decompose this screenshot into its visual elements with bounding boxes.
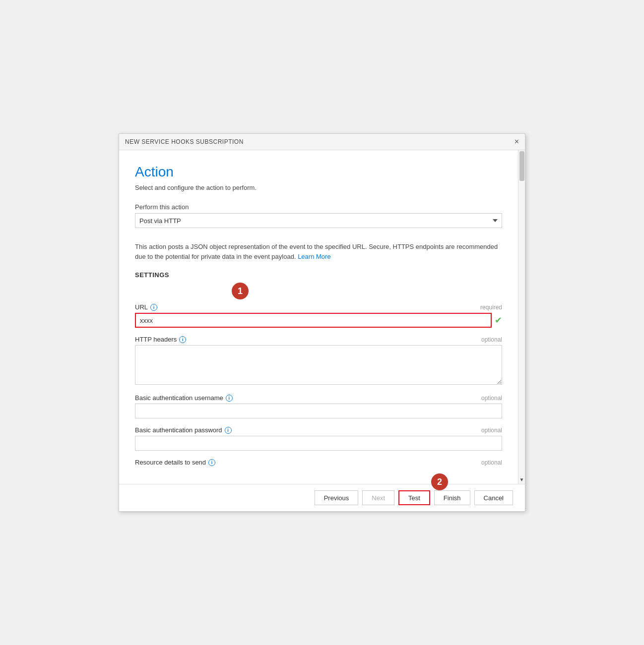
- http-headers-label: HTTP headers: [135, 336, 177, 343]
- http-headers-textarea[interactable]: [135, 345, 502, 385]
- resource-details-optional-badge: optional: [481, 459, 502, 466]
- basic-auth-password-field-header: Basic authentication password i optional: [135, 426, 502, 434]
- scrollbar-thumb[interactable]: [519, 151, 524, 181]
- http-headers-optional-badge: optional: [481, 336, 502, 343]
- resource-details-label: Resource details to send: [135, 459, 206, 466]
- basic-auth-password-input[interactable]: [135, 436, 502, 451]
- basic-auth-username-label-group: Basic authentication username i: [135, 394, 233, 402]
- url-input-container: [135, 313, 492, 328]
- description-text: This action posts a JSON object represen…: [135, 242, 502, 261]
- basic-auth-username-field-header: Basic authentication username i optional: [135, 394, 502, 402]
- dialog: NEW SERVICE HOOKS SUBSCRIPTION × Action …: [119, 133, 525, 512]
- basic-auth-username-optional-badge: optional: [481, 395, 502, 402]
- previous-button[interactable]: Previous: [315, 490, 359, 505]
- scrollbar-track[interactable]: ▼: [518, 150, 525, 484]
- url-required-badge: required: [480, 304, 502, 311]
- dialog-footer: 2 Previous Next Test Finish Cancel: [119, 484, 525, 511]
- url-checkmark-icon: ✔: [495, 315, 502, 326]
- resource-details-info-icon[interactable]: i: [208, 459, 215, 466]
- basic-auth-password-field-row: Basic authentication password i optional: [135, 426, 502, 451]
- step1-badge: 1: [232, 283, 249, 299]
- finish-button[interactable]: Finish: [434, 490, 470, 505]
- http-headers-field-row: HTTP headers i optional: [135, 336, 502, 386]
- settings-heading: SETTINGS: [135, 271, 502, 279]
- perform-action-field: Perform this action Post via HTTP: [135, 203, 502, 234]
- resource-details-field-header: Resource details to send i optional: [135, 459, 502, 466]
- step2-badge: 2: [431, 473, 448, 490]
- page-title: Action: [135, 164, 502, 180]
- http-headers-field-header: HTTP headers i optional: [135, 336, 502, 343]
- dialog-title: NEW SERVICE HOOKS SUBSCRIPTION: [125, 138, 244, 145]
- next-button[interactable]: Next: [362, 490, 394, 505]
- dialog-content: Action Select and configure the action t…: [119, 150, 518, 484]
- basic-auth-password-label-group: Basic authentication password i: [135, 426, 232, 434]
- basic-auth-password-optional-badge: optional: [481, 427, 502, 434]
- test-button[interactable]: Test: [398, 490, 430, 505]
- url-label-group: URL i: [135, 303, 157, 311]
- url-field-header: URL i required: [135, 303, 502, 311]
- url-label: URL: [135, 303, 148, 311]
- basic-auth-username-input[interactable]: [135, 404, 502, 418]
- dialog-titlebar: NEW SERVICE HOOKS SUBSCRIPTION ×: [119, 134, 525, 150]
- close-button[interactable]: ×: [515, 138, 519, 146]
- basic-auth-username-field-row: Basic authentication username i optional: [135, 394, 502, 418]
- url-info-icon[interactable]: i: [150, 304, 157, 311]
- dialog-body: Action Select and configure the action t…: [119, 150, 525, 484]
- page-subtitle: Select and configure the action to perfo…: [135, 184, 502, 191]
- http-headers-info-icon[interactable]: i: [179, 336, 186, 343]
- resource-details-label-group: Resource details to send i: [135, 459, 215, 466]
- scroll-down-arrow[interactable]: ▼: [518, 476, 525, 483]
- learn-more-link[interactable]: Learn More: [298, 253, 330, 260]
- perform-action-dropdown[interactable]: Post via HTTP: [135, 213, 502, 228]
- url-input[interactable]: [135, 313, 492, 328]
- resource-details-field-row: Resource details to send i optional: [135, 459, 502, 466]
- perform-action-label: Perform this action: [135, 203, 502, 211]
- basic-auth-password-label: Basic authentication password: [135, 426, 222, 434]
- http-headers-label-group: HTTP headers i: [135, 336, 186, 343]
- cancel-button[interactable]: Cancel: [474, 490, 513, 505]
- url-field-row: 1 URL i required ✔: [135, 303, 502, 328]
- basic-auth-username-info-icon[interactable]: i: [226, 395, 233, 402]
- basic-auth-password-info-icon[interactable]: i: [225, 427, 232, 434]
- basic-auth-username-label: Basic authentication username: [135, 394, 223, 402]
- url-field-wrapper: ✔: [135, 313, 502, 328]
